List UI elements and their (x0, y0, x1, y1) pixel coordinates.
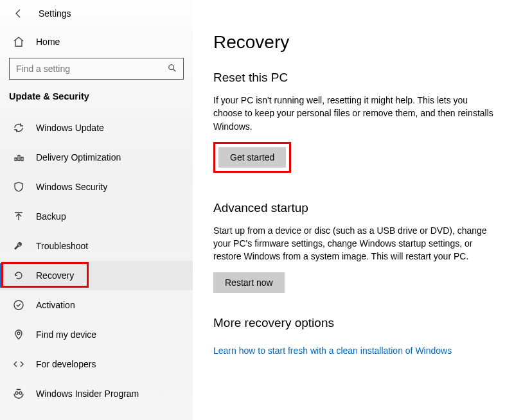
sidebar-item-label: Delivery Optimization (36, 152, 121, 162)
search-icon (168, 64, 177, 74)
recovery-icon (13, 270, 24, 281)
sidebar-item-label: Troubleshoot (36, 241, 88, 251)
sidebar-item-label: For developers (36, 359, 96, 369)
developers-icon (13, 358, 24, 370)
svg-point-0 (169, 64, 174, 69)
sidebar-item-windows-insider[interactable]: Windows Insider Program (0, 379, 193, 408)
sidebar-item-recovery[interactable]: Recovery (0, 261, 193, 290)
optimization-icon (13, 152, 24, 163)
sidebar-item-delivery-optimization[interactable]: Delivery Optimization (0, 143, 193, 172)
sidebar-item-find-my-device[interactable]: Find my device (0, 320, 193, 349)
reset-body: If your PC isn't running well, resetting… (213, 94, 496, 133)
sidebar-item-windows-update[interactable]: Windows Update (0, 113, 193, 143)
sidebar-item-windows-security[interactable]: Windows Security (0, 172, 193, 202)
wrench-icon (13, 240, 24, 252)
sidebar-item-activation[interactable]: Activation (0, 290, 193, 320)
location-icon (13, 329, 24, 340)
restart-now-button[interactable]: Restart now (213, 272, 285, 293)
svg-point-3 (15, 392, 18, 394)
sync-icon (13, 122, 24, 134)
sidebar-item-label: Activation (36, 300, 75, 310)
advanced-body: Start up from a device or disc (such as … (213, 224, 496, 263)
sidebar: Settings Home Update & Security Windows … (0, 0, 193, 420)
search-input[interactable] (16, 64, 153, 74)
check-circle-icon (13, 299, 24, 311)
page-title: Recovery (213, 32, 500, 53)
sidebar-item-label: Windows Insider Program (36, 389, 139, 399)
sidebar-item-label: Recovery (36, 270, 74, 281)
more-options-title: More recovery options (213, 316, 500, 330)
sidebar-item-label: Windows Update (36, 123, 104, 133)
home-label: Home (36, 37, 60, 47)
sidebar-item-label: Find my device (36, 329, 96, 340)
advanced-title: Advanced startup (213, 201, 500, 215)
home-icon (13, 36, 24, 48)
sidebar-item-backup[interactable]: Backup (0, 202, 193, 231)
sidebar-item-for-developers[interactable]: For developers (0, 349, 193, 379)
app-title: Settings (39, 8, 71, 19)
svg-point-2 (17, 332, 20, 335)
arrow-left-icon (13, 8, 24, 19)
sidebar-item-label: Windows Security (36, 182, 107, 192)
reset-title: Reset this PC (213, 71, 500, 85)
backup-icon (13, 211, 24, 222)
sidebar-item-label: Backup (36, 211, 66, 222)
back-button[interactable] (13, 8, 24, 19)
svg-point-1 (14, 301, 23, 310)
main-content: Recovery Reset this PC If your PC isn't … (193, 0, 514, 420)
sidebar-item-troubleshoot[interactable]: Troubleshoot (0, 231, 193, 261)
insider-icon (13, 388, 24, 399)
sidebar-item-home[interactable]: Home (0, 24, 193, 57)
fresh-start-link[interactable]: Learn how to start fresh with a clean in… (213, 346, 452, 356)
get-started-button[interactable]: Get started (218, 147, 286, 168)
section-header: Update & Security (0, 91, 193, 113)
search-box[interactable] (9, 58, 184, 80)
shield-icon (13, 181, 24, 193)
highlight-box: Get started (213, 142, 291, 173)
svg-point-4 (19, 392, 22, 394)
